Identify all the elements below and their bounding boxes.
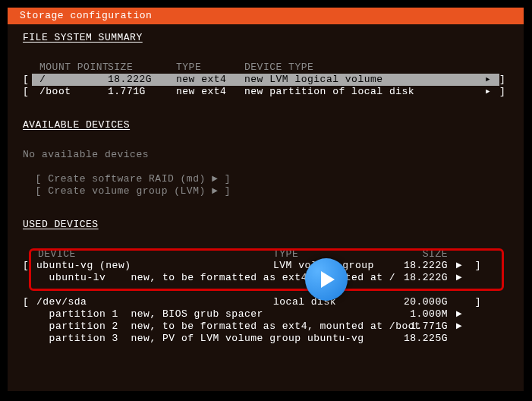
bracket-left: [ [23,86,32,98]
used-type [273,308,387,320]
installer-screen: Storage configuration FILE SYSTEM SUMMAR… [8,8,524,391]
available-actions: [ Create software RAID (md) ► ] [ Create… [23,173,508,197]
bracket-right [471,308,481,320]
used-device-row[interactable]: ubuntu-lv new, to be formatted as ext4, … [23,272,508,284]
used-size: 18.225G [387,333,448,345]
chevron-right-icon [448,296,471,308]
chevron-right-icon [477,86,499,98]
used-group-ubuntu-vg: [ubuntu-vg (new)LVM volume group18.222G►… [23,260,508,284]
used-device-row[interactable]: partition 2 new, to be formatted as ext4… [23,320,508,333]
used-device: ubuntu-lv new, to be formatted as ext4, … [33,272,273,284]
chevron-right-icon: ► [448,308,471,320]
fs-devtype: new partition of local disk [244,86,477,98]
fs-size: 18.222G [108,74,176,86]
fs-header-mount: MOUNT POINT [32,62,108,74]
chevron-right-icon: ► [448,320,471,333]
chevron-right-icon [477,74,499,86]
used-header-row: DEVICE TYPE SIZE [23,248,508,260]
chevron-right-icon: ► [448,272,471,284]
bracket-right [471,333,481,345]
available-action[interactable]: [ Create software RAID (md) ► ] [23,173,508,185]
bracket-left [23,333,33,345]
bracket-right: ] [471,260,481,272]
used-header-type: TYPE [273,248,387,260]
section-used-devices: USED DEVICES [23,219,508,230]
fs-row[interactable]: [/boot1.771Gnew ext4new partition of loc… [23,86,508,98]
fs-header-type: TYPE [176,62,244,74]
fs-type: new ext4 [176,86,244,98]
bracket-left: [ [23,296,33,308]
used-device: ubuntu-vg (new) [33,260,273,272]
used-type [273,272,387,284]
content-area: FILE SYSTEM SUMMARY MOUNT POINT SIZE TYP… [8,24,524,352]
used-device: partition 3 new, PV of LVM volume group … [33,333,273,345]
bracket-left: [ [23,74,32,86]
bracket-left [23,272,33,284]
bracket-right: ] [499,74,508,86]
used-type: LVM volume group [273,260,387,272]
section-available-devices: AVAILABLE DEVICES [23,119,508,131]
bracket-right: ] [499,86,508,98]
no-available-devices: No available devices [23,149,508,161]
used-size: 1.000M [387,308,448,320]
used-header-device: DEVICE [38,248,273,260]
used-type: local disk [273,296,387,308]
bracket-left [23,308,33,320]
fs-rows: [/18.222Gnew ext4new LVM logical volume]… [23,74,508,98]
used-device-row[interactable]: partition 1 new, BIOS grub spacer1.000M► [23,308,508,320]
fs-header-devtype: DEVICE TYPE [244,62,477,74]
bracket-right [471,272,481,284]
available-action[interactable]: [ Create volume group (LVM) ► ] [23,185,508,197]
used-header-size: SIZE [387,248,448,260]
used-type [273,320,387,333]
used-group-dev-sda: [/dev/sdalocal disk20.000G] partition 1 … [23,296,508,345]
fs-row[interactable]: [/18.222Gnew ext4new LVM logical volume] [23,74,508,86]
fs-header-row: MOUNT POINT SIZE TYPE DEVICE TYPE [23,62,508,74]
bracket-right [471,320,481,333]
used-device: partition 2 new, to be formatted as ext4… [33,320,273,333]
used-size: 20.000G [387,296,448,308]
fs-mount: /boot [32,86,108,98]
chevron-right-icon: ► [448,260,471,272]
fs-devtype: new LVM logical volume [244,74,477,86]
used-size: 18.222G [387,260,448,272]
chevron-right-icon [448,333,471,345]
used-size: 18.222G [387,272,448,284]
used-device: /dev/sda [33,296,273,308]
used-device-row[interactable]: partition 3 new, PV of LVM volume group … [23,333,508,345]
fs-size: 1.771G [108,86,176,98]
fs-mount: / [32,74,108,86]
fs-header-size: SIZE [108,62,176,74]
used-size: 1.771G [387,320,448,333]
titlebar: Storage configuration [8,8,524,24]
bracket-left [23,320,33,333]
bracket-left: [ [23,260,33,272]
bracket-right: ] [471,296,481,308]
used-type [273,333,387,345]
fs-type: new ext4 [176,74,244,86]
section-file-system-summary: FILE SYSTEM SUMMARY [23,32,508,43]
used-device-row[interactable]: [/dev/sdalocal disk20.000G] [23,296,508,308]
used-device-row[interactable]: [ubuntu-vg (new)LVM volume group18.222G►… [23,260,508,272]
title-text: Storage configuration [20,10,152,21]
used-device: partition 1 new, BIOS grub spacer [33,308,273,320]
